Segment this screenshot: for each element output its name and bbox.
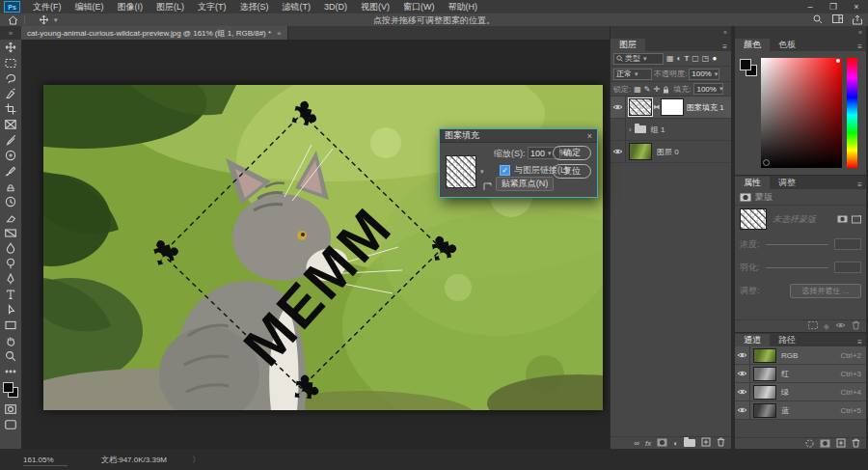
tool-gradient[interactable]	[0, 225, 21, 240]
image-layer-thumbnail[interactable]	[629, 143, 652, 160]
color-cursor-secondary[interactable]	[763, 159, 770, 166]
pixel-mask-icon[interactable]	[837, 215, 848, 223]
filter-pixel-icon[interactable]: ▦	[666, 54, 674, 63]
toolbar-collapse-icon[interactable]: »	[0, 26, 21, 40]
hue-slider[interactable]	[847, 58, 857, 168]
layer-mask-link-icon[interactable]: ⧓	[653, 103, 660, 111]
move-tool-preset-icon[interactable]: ▾	[39, 14, 58, 25]
tool-clone-stamp[interactable]	[0, 179, 21, 194]
group-expander-icon[interactable]: ›	[629, 125, 632, 134]
density-slider[interactable]	[766, 244, 828, 245]
canvas-area[interactable]: MEMM	[22, 40, 610, 449]
delete-layer-icon[interactable]	[717, 437, 725, 449]
menu-file[interactable]: 文件(F)	[26, 1, 68, 14]
visibility-toggle[interactable]	[735, 383, 750, 401]
minimize-button[interactable]: –	[799, 2, 822, 12]
lock-transparency-icon[interactable]: ▦	[634, 85, 641, 94]
properties-panel-menu-icon[interactable]: ≡	[857, 180, 862, 189]
home-icon[interactable]	[8, 15, 18, 25]
feather-slider[interactable]	[766, 267, 828, 268]
tool-frame[interactable]	[0, 117, 21, 132]
channel-row-blue[interactable]: 蓝 Ctrl+5	[735, 401, 866, 420]
pattern-preview-well[interactable]	[446, 155, 476, 188]
saturation-brightness-field[interactable]	[761, 58, 842, 168]
link-with-layer-checkbox[interactable]: ✓ 与图层链接(L)	[500, 164, 568, 177]
foreground-background-swatches[interactable]	[3, 382, 18, 398]
tool-shape[interactable]	[0, 318, 21, 333]
menu-3d[interactable]: 3D(D)	[317, 2, 354, 12]
filter-pin-icon[interactable]: ●	[712, 54, 717, 63]
document-tab[interactable]: cat-young-animal-curious-wildcat-preview…	[21, 26, 288, 40]
tool-object-selection[interactable]	[0, 86, 21, 101]
filter-adjustment-icon[interactable]: ◐	[677, 54, 682, 63]
mask-visibility-icon[interactable]	[835, 321, 846, 331]
tool-pen[interactable]	[0, 271, 21, 287]
tool-eyedropper[interactable]	[0, 132, 21, 148]
panel-collapse-icon[interactable]: »	[858, 29, 862, 36]
foreground-color-swatch[interactable]	[3, 382, 14, 393]
visibility-toggle[interactable]	[735, 346, 750, 364]
menu-select[interactable]: 选择(S)	[233, 1, 276, 14]
new-layer-icon[interactable]	[701, 437, 711, 449]
visibility-toggle[interactable]	[610, 141, 626, 162]
tool-move[interactable]	[0, 40, 21, 55]
channel-row-rgb[interactable]: RGB Ctrl+2	[735, 346, 866, 365]
scale-dropdown-chevron-icon[interactable]: ▾	[548, 150, 552, 157]
dialog-close-icon[interactable]: ×	[587, 131, 592, 141]
tool-hand[interactable]	[0, 333, 21, 348]
dialog-title-bar[interactable]: 图案填充 ×	[440, 129, 597, 143]
visibility-toggle[interactable]	[735, 365, 750, 382]
menu-type[interactable]: 文字(T)	[191, 1, 233, 14]
visibility-toggle[interactable]	[610, 119, 626, 140]
quick-mask-button[interactable]	[0, 401, 21, 417]
tool-dodge[interactable]	[0, 256, 21, 271]
restore-button[interactable]: ❐	[822, 2, 845, 12]
link-layers-icon[interactable]: ∞	[634, 439, 639, 448]
visibility-toggle[interactable]	[610, 97, 626, 118]
menu-view[interactable]: 视图(V)	[354, 1, 396, 14]
layer-mask-thumbnail[interactable]	[661, 98, 684, 116]
tab-layers[interactable]: 图层	[610, 39, 645, 51]
blend-mode-select[interactable]: 正常▾	[613, 69, 652, 80]
panel-collapse-icon[interactable]: »	[723, 29, 727, 36]
tab-properties[interactable]: 属性	[735, 177, 770, 189]
filter-shape-icon[interactable]: ▢	[692, 54, 699, 63]
channels-panel-menu-icon[interactable]: ≡	[857, 338, 862, 346]
lock-pixels-icon[interactable]: ✎	[644, 85, 651, 94]
menu-window[interactable]: 窗口(W)	[396, 1, 442, 14]
menu-image[interactable]: 图像(I)	[111, 1, 150, 14]
tool-brush[interactable]	[0, 163, 21, 179]
tool-lasso[interactable]	[0, 70, 21, 86]
pattern-layer-thumbnail[interactable]	[629, 98, 652, 116]
select-and-mask-button[interactable]: 选择并遮住 ...	[790, 284, 861, 298]
menu-edit[interactable]: 编辑(E)	[68, 1, 111, 14]
tool-crop[interactable]	[0, 101, 21, 117]
layer-filter-type-select[interactable]: 类型 ▾	[613, 53, 664, 65]
tab-channels[interactable]: 通道	[735, 334, 770, 346]
density-value-box[interactable]	[834, 238, 861, 250]
lock-position-icon[interactable]: ✛	[654, 85, 661, 94]
screen-mode-button[interactable]	[0, 417, 21, 432]
tool-marquee[interactable]	[0, 55, 21, 70]
tab-color[interactable]: 颜色	[735, 39, 770, 51]
tool-healing-brush[interactable]	[0, 148, 21, 163]
filter-type-text-icon[interactable]: T	[684, 54, 689, 63]
feather-value-box[interactable]	[834, 262, 861, 273]
menu-help[interactable]: 帮助(H)	[442, 1, 485, 14]
ok-button[interactable]: 确定	[553, 146, 591, 160]
tool-zoom[interactable]	[0, 348, 21, 364]
opacity-input[interactable]: 100%▾	[689, 69, 719, 80]
zoom-level-field[interactable]: 161.05%	[23, 455, 68, 466]
layer-row-pattern-fill[interactable]: ⧓ 图案填充 1	[610, 97, 731, 119]
tab-paths[interactable]: 路径	[770, 334, 804, 346]
channel-row-green[interactable]: 绿 Ctrl+4	[735, 383, 866, 401]
invert-mask-icon[interactable]: ◈	[824, 322, 829, 331]
toolbar-ellipsis-icon[interactable]	[0, 364, 21, 379]
menu-filter[interactable]: 滤镜(T)	[276, 1, 318, 14]
visibility-toggle[interactable]	[735, 401, 750, 419]
layers-panel-menu-icon[interactable]: ≡	[722, 42, 727, 51]
fill-input[interactable]: 100%▾	[693, 83, 723, 95]
close-button[interactable]: ×	[845, 2, 868, 12]
tab-swatches[interactable]: 色板	[770, 39, 804, 51]
document-close-icon[interactable]: ×	[277, 29, 282, 38]
